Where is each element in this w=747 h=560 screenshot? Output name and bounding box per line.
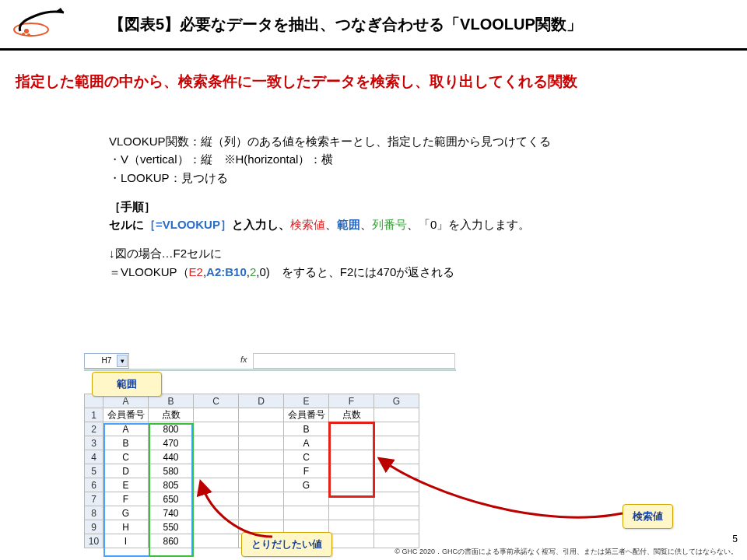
cell: 740	[149, 506, 194, 520]
body-text: VLOOKUP関数：縦（列）のある値を検索キーとし、指定した範囲から見つけてくる…	[109, 132, 669, 281]
cell	[194, 464, 239, 478]
cell	[194, 422, 239, 436]
cell-C1	[194, 408, 239, 422]
table-row: 5D580F	[85, 464, 419, 478]
body-line-2: ・V（vertical）：縦 ※H(horizontal）：横	[109, 150, 669, 168]
cell	[329, 492, 374, 506]
cell: 860	[149, 534, 194, 548]
cell: 805	[149, 478, 194, 492]
col-C: C	[194, 394, 239, 408]
name-box: H7 ▾	[84, 353, 129, 369]
callout-wanted-value: とりだしたい値	[241, 532, 332, 557]
proc-text-a: セルに	[109, 218, 144, 231]
rowhdr: 7	[85, 492, 103, 506]
cell	[374, 450, 419, 464]
proc-text-b: と入力し、	[232, 218, 290, 231]
cell: 440	[149, 450, 194, 464]
spreadsheet-grid: A B C D E F G 1 会員番号 点数 会員番号 点数 2A800B3B…	[84, 394, 419, 548]
callout-lookup-value: 検索値	[622, 504, 673, 529]
footer-copyright: © GHC 2020．GHCの書面による事前承諾なく複写、引用、または第三者へ配…	[395, 547, 738, 557]
arg-range: 範囲	[337, 218, 360, 231]
cell	[284, 506, 329, 520]
rowhdr: 9	[85, 520, 103, 534]
col-E: E	[284, 394, 329, 408]
cell	[374, 422, 419, 436]
arg-lookup-value: 検索値	[290, 218, 325, 231]
example-line-1: ↓図の場合…F2セルに	[109, 244, 669, 262]
rowhdr: 2	[85, 422, 103, 436]
rowhdr: 5	[85, 464, 103, 478]
cell: 550	[149, 520, 194, 534]
arg-col-index: 列番号	[372, 218, 407, 231]
cell	[239, 436, 284, 450]
svg-point-1	[24, 29, 29, 33]
title-rule	[0, 48, 747, 51]
table-row: 8G740	[85, 506, 419, 520]
cell: E	[103, 478, 149, 492]
cell	[374, 464, 419, 478]
table-row: 2A800B	[85, 422, 419, 436]
cell	[194, 436, 239, 450]
sep2: 、	[360, 218, 372, 231]
procedure-label: ［手順］	[109, 198, 669, 215]
cell: 580	[149, 464, 194, 478]
col-G: G	[374, 394, 419, 408]
cell	[194, 450, 239, 464]
cell	[194, 492, 239, 506]
cell-A1: 会員番号	[103, 408, 149, 422]
table-row: 4C440C	[85, 450, 419, 464]
cell	[239, 492, 284, 506]
ex2-e2: E2	[189, 265, 203, 278]
cell	[329, 422, 374, 436]
table-row: 7F650	[85, 492, 419, 506]
rowhdr-1: 1	[85, 408, 103, 422]
cell: H	[103, 520, 149, 534]
cell: 470	[149, 436, 194, 450]
example-line-2: ＝VLOOKUP（E2,A2:B10,2,0) をすると、F2には470が返され…	[109, 263, 669, 281]
proc-formula: ［=VLOOKUP］	[144, 218, 232, 231]
cell	[194, 478, 239, 492]
cell	[239, 478, 284, 492]
cell	[329, 436, 374, 450]
brand-logo	[9, 8, 72, 39]
cell-F1: 点数	[329, 408, 374, 422]
name-box-dropdown-icon: ▾	[117, 355, 128, 367]
cell	[374, 492, 419, 506]
fx-label: fx	[240, 355, 247, 364]
cell	[374, 436, 419, 450]
cell-G1	[374, 408, 419, 422]
slide-title: 【図表5】必要なデータを抽出、つなぎ合わせる「VLOOLUP関数」	[109, 14, 582, 35]
cell-D1	[239, 408, 284, 422]
cell	[374, 506, 419, 520]
cell: A	[103, 422, 149, 436]
cell	[329, 506, 374, 520]
cell	[374, 534, 419, 548]
table-row: 6E805G	[85, 478, 419, 492]
cell	[194, 506, 239, 520]
cell: C	[103, 450, 149, 464]
rowhdr: 4	[85, 450, 103, 464]
rowhdr: 3	[85, 436, 103, 450]
cell	[239, 464, 284, 478]
ex2-range: A2:B10	[206, 265, 247, 278]
cell	[194, 534, 239, 548]
svg-point-3	[27, 33, 30, 37]
cell	[239, 450, 284, 464]
proc-text-c: 、「0」を入力します。	[407, 218, 530, 231]
cell: I	[103, 534, 149, 548]
ex2-b: ,0) をすると、F2には470が返される	[256, 265, 454, 278]
cell	[329, 464, 374, 478]
cell: B	[284, 422, 329, 436]
cell	[329, 478, 374, 492]
rowhdr: 8	[85, 506, 103, 520]
name-box-value: H7	[102, 356, 112, 365]
page-number: 5	[732, 534, 738, 544]
cell	[329, 534, 374, 548]
cell: C	[284, 450, 329, 464]
cell	[194, 520, 239, 534]
cell	[329, 520, 374, 534]
procedure-line: セルに［=VLOOKUP］と入力し、検索値、範囲、列番号、「0」を入力します。	[109, 215, 669, 233]
cell-B1: 点数	[149, 408, 194, 422]
sep1: 、	[325, 218, 337, 231]
col-F: F	[329, 394, 374, 408]
